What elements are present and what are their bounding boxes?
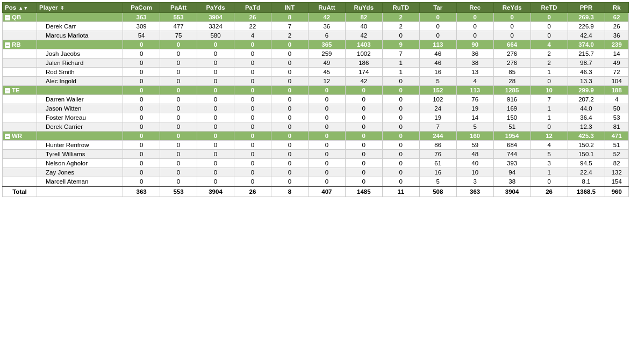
total-payds: 3904 (197, 186, 234, 197)
group-pos-rb[interactable]: −RB (3, 40, 37, 49)
header-pos[interactable]: Pos ▲▼ (3, 3, 37, 13)
player-stat-12: 46.3 (568, 68, 605, 77)
player-name[interactable]: Rod Smith (37, 68, 123, 77)
player-name[interactable]: Hunter Renfrow (37, 141, 123, 150)
player-stat-1: 0 (160, 150, 197, 159)
player-name[interactable]: Jason Witten (37, 104, 123, 113)
player-stat-13: 52 (605, 150, 628, 159)
player-stat-2: 0 (197, 59, 234, 68)
total-ruyds: 1485 (345, 186, 382, 197)
group-total-stat-9: 113 (456, 86, 493, 95)
collapse-icon[interactable]: − (5, 42, 10, 48)
player-sort-icon: ⇕ (60, 5, 64, 11)
table-body: −QB3635533904268428220000269.362Derek Ca… (3, 13, 629, 187)
total-reyds: 3904 (493, 186, 530, 197)
header-rutd[interactable]: RuTD (382, 3, 419, 13)
player-name[interactable]: Derek Carr (37, 22, 123, 31)
collapse-icon[interactable]: − (5, 15, 10, 20)
header-player[interactable]: Player ⇕ (37, 3, 123, 13)
player-name[interactable]: Marcell Ateman (37, 177, 123, 187)
header-tar[interactable]: Tar (419, 3, 456, 13)
player-stat-6: 42 (345, 77, 382, 86)
player-stat-0: 0 (123, 49, 160, 59)
player-stat-6: 0 (345, 104, 382, 113)
header-rk[interactable]: Rk (605, 3, 628, 13)
player-pos-blank (3, 49, 37, 59)
group-total-stat-9: 160 (456, 132, 493, 141)
player-stat-9: 10 (456, 168, 493, 177)
player-stat-13: 72 (605, 68, 628, 77)
group-total-stat-2: 0 (197, 40, 234, 49)
player-stat-3: 0 (234, 177, 271, 187)
player-stat-3: 0 (234, 49, 271, 59)
player-stat-9: 4 (456, 77, 493, 86)
group-pos-qb[interactable]: −QB (3, 13, 37, 22)
header-int[interactable]: INT (271, 3, 308, 13)
group-header-te: −TE00000000152113128510299.9188 (3, 86, 629, 95)
player-stat-6: 0 (345, 122, 382, 132)
header-pacom[interactable]: PaCom (123, 3, 160, 13)
player-name[interactable]: Derek Carrier (37, 122, 123, 132)
player-pos-blank (3, 22, 37, 31)
player-stat-1: 0 (160, 141, 197, 150)
player-name[interactable]: Josh Jacobs (37, 49, 123, 59)
player-stat-13: 49 (605, 59, 628, 68)
player-stat-3: 0 (234, 104, 271, 113)
player-stat-1: 75 (160, 31, 197, 40)
player-stat-7: 0 (382, 113, 419, 122)
player-stat-0: 0 (123, 168, 160, 177)
player-name[interactable]: Tyrell Williams (37, 150, 123, 159)
collapse-icon[interactable]: − (5, 88, 10, 93)
group-pos-te[interactable]: −TE (3, 86, 37, 95)
player-stat-10: 744 (493, 150, 530, 159)
header-ruyds[interactable]: RuYds (345, 3, 382, 13)
player-name[interactable]: Jalen Richard (37, 59, 123, 68)
table-row: Hunter Renfrow0000000086596844150.251 (3, 141, 629, 150)
player-stat-11: 4 (530, 141, 568, 150)
player-name[interactable]: Foster Moreau (37, 113, 123, 122)
group-pos-wr[interactable]: −WR (3, 132, 37, 141)
total-label: Total (3, 186, 37, 197)
player-pos-blank (3, 141, 37, 150)
player-stat-5: 0 (308, 122, 345, 132)
player-stat-1: 0 (160, 113, 197, 122)
player-name[interactable]: Zay Jones (37, 168, 123, 177)
player-stat-9: 5 (456, 122, 493, 132)
player-stat-5: 0 (308, 177, 345, 187)
player-stat-13: 14 (605, 49, 628, 59)
table-row: Jason Witten000000002419169144.050 (3, 104, 629, 113)
header-rec[interactable]: Rec (456, 3, 493, 13)
player-stat-2: 0 (197, 168, 234, 177)
player-pos-blank (3, 113, 37, 122)
player-name[interactable]: Marcus Mariota (37, 31, 123, 40)
group-total-stat-12: 299.9 (568, 86, 605, 95)
group-total-stat-11: 0 (530, 13, 568, 22)
group-total-stat-0: 0 (123, 132, 160, 141)
collapse-icon[interactable]: − (5, 134, 10, 139)
group-total-stat-8: 244 (419, 132, 456, 141)
group-player-blank (37, 40, 123, 49)
player-name[interactable]: Nelson Agholor (37, 159, 123, 168)
player-stat-4: 0 (271, 122, 308, 132)
header-retd[interactable]: ReTD (530, 3, 568, 13)
header-ruatt[interactable]: RuAtt (308, 3, 345, 13)
player-stat-6: 0 (345, 150, 382, 159)
player-stat-3: 0 (234, 59, 271, 68)
player-stat-7: 0 (382, 95, 419, 104)
player-stat-7: 0 (382, 150, 419, 159)
header-paatt[interactable]: PaAtt (160, 3, 197, 13)
header-reyds[interactable]: ReYds (493, 3, 530, 13)
header-ppr[interactable]: PPR (568, 3, 605, 13)
header-payds[interactable]: PaYds (197, 3, 234, 13)
player-name[interactable]: Alec Ingold (37, 77, 123, 86)
header-patd[interactable]: PaTd (234, 3, 271, 13)
player-stat-10: 0 (493, 31, 530, 40)
player-name[interactable]: Darren Waller (37, 95, 123, 104)
group-total-stat-7: 9 (382, 40, 419, 49)
player-stat-9: 19 (456, 104, 493, 113)
player-stat-4: 0 (271, 113, 308, 122)
player-stat-0: 0 (123, 113, 160, 122)
total-rec: 363 (456, 186, 493, 197)
player-stat-13: 104 (605, 77, 628, 86)
table-row: Alec Ingold00000124205428013.3104 (3, 77, 629, 86)
